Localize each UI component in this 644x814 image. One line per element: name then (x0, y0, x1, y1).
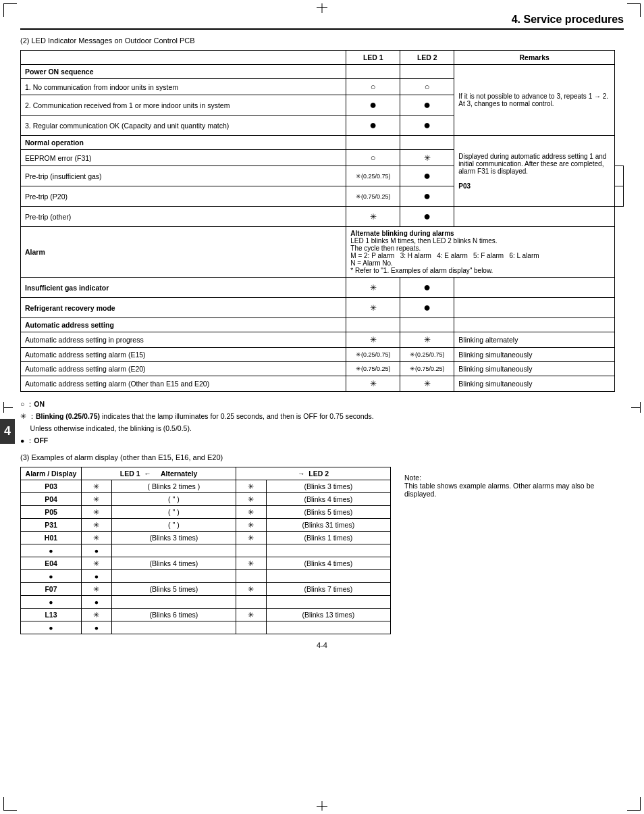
led1-desc-e04: (Blinks 4 times) (111, 557, 236, 570)
led1-desc-dot3 (111, 596, 236, 609)
led1-blink-p31: ✳ (82, 519, 112, 532)
corner-mark-br (627, 797, 641, 811)
led2-dot2 (236, 570, 267, 583)
code-h01: H01 (21, 532, 82, 544)
led2-dot3 (236, 596, 267, 609)
dot-icon8: ● (423, 280, 431, 294)
alarm-col-header: Alarm / Display (21, 467, 82, 480)
p03-bold: P03 (458, 182, 471, 190)
led1-desc-h01: (Blinks 3 times) (111, 532, 236, 544)
code-dot3: ● (21, 596, 82, 609)
cell-led1-auto2: ✳(0.25/0.75) (346, 348, 400, 362)
led1-desc-p05: ( " ) (111, 506, 236, 519)
page-header: 4. Service procedures (20, 14, 624, 30)
led2-desc-f07: (Blinks 7 times) (266, 583, 390, 596)
cell-refrig: Refrigerant recovery mode (21, 298, 346, 318)
led2-blink-p05: ✳ (236, 506, 267, 519)
table-row: Pre-trip (other) ✳ ● (21, 207, 624, 227)
table-row: Automatic address setting alarm (E15) ✳(… (21, 348, 624, 362)
led1-dot2: ● (82, 570, 112, 583)
cell-led1-auto4: ✳ (346, 376, 400, 392)
blink-icon14: ✳ (424, 379, 431, 388)
power-on-bold: Power ON sequence (25, 68, 94, 76)
cell-insuf-gas: Insufficient gas indicator (21, 278, 346, 298)
note-text: This table shows example alarms. Other a… (404, 482, 624, 498)
blink-icon9: ✳ (356, 351, 361, 358)
col-header-led2: LED 2 (400, 51, 454, 65)
led2-dot4 (236, 621, 267, 634)
cell-led2-eeprom: ✳ (400, 150, 454, 166)
cell-empty3 (346, 136, 400, 150)
alarm-table-header-row: Alarm / Display LED 1 ← Alternately → LE… (21, 467, 391, 480)
cell-empty10 (454, 318, 615, 332)
col-header-led1: LED 1 (346, 51, 400, 65)
blink-icon6: ✳ (370, 303, 377, 313)
cell-insuf-remarks (454, 278, 615, 298)
page-number: 4-4 (20, 641, 624, 649)
cell-led1-eeprom: ○ (346, 150, 400, 166)
led1-blink-p04: ✳ (82, 493, 112, 506)
corner-mark-tl (3, 3, 17, 17)
cell-power-on-1: 1. No communication from indoor units in… (21, 79, 346, 95)
led1-col-header: LED 1 ← Alternately (82, 467, 236, 480)
cell-led1-auto3: ✳(0.75/0.25) (346, 362, 400, 376)
note-box: Note: This table shows example alarms. O… (404, 474, 624, 634)
cell-led1-auto1: ✳ (346, 332, 400, 348)
dot-icon4: ● (423, 118, 431, 132)
alarm-display-table: Alarm / Display LED 1 ← Alternately → LE… (20, 467, 391, 634)
section3-title: (3) Examples of alarm display (other tha… (20, 453, 624, 461)
cross-top-v (322, 3, 323, 13)
led1-desc-p03: ( Blinks 2 times ) (111, 480, 236, 493)
normal-op-bold: Normal operation (25, 138, 84, 147)
cell-empty5 (615, 166, 624, 186)
col-header-remarks: Remarks (454, 51, 615, 65)
cell-empty2 (400, 65, 454, 79)
cell-led1-pretrip1: ✳(0.25/0.75) (346, 166, 400, 186)
led2-desc-l13: (Blinks 13 times) (266, 609, 390, 621)
led1-desc-dot1 (111, 544, 236, 557)
led2-desc-p31: (Blinks 31 times) (266, 519, 390, 532)
led1-desc-p31: ( " ) (111, 519, 236, 532)
section-number: 4 (4, 424, 11, 438)
cell-empty9 (400, 318, 454, 332)
led1-blink-p03: ✳ (82, 480, 112, 493)
led1-blink-f07: ✳ (82, 583, 112, 596)
blink-icon12: ✳ (410, 365, 415, 372)
blink-icon8: ✳ (424, 335, 431, 345)
cell-normal-op-label: Normal operation (21, 136, 346, 150)
cross-left-h (3, 407, 13, 408)
cell-auto3-remarks: Blinking simultaneously (454, 362, 615, 376)
blink-icon4: ✳ (370, 212, 377, 222)
cell-power-on-label: Power ON sequence (21, 65, 346, 79)
cell-led2-auto4: ✳ (400, 376, 454, 392)
cell-led2-auto1: ✳ (400, 332, 454, 348)
legend-on: ○ ：ON (20, 399, 624, 411)
dot-icon6: ● (423, 189, 431, 203)
cell-led2-refrig: ● (400, 298, 454, 318)
dot-icon: ● (369, 98, 377, 111)
cell-empty4 (400, 136, 454, 150)
cell-led2-pretrip3: ● (400, 207, 454, 227)
dot-icon9: ● (423, 301, 431, 314)
led1-dot4: ● (82, 621, 112, 634)
blink-icon10: ✳ (410, 351, 415, 358)
table-row: Power ON sequence If it is not possible … (21, 65, 624, 79)
led2-blink-f07: ✳ (236, 583, 267, 596)
led1-blink-p05: ✳ (82, 506, 112, 519)
legend: ○ ：ON ✳ ：Blinking (0.25/0.75) indicates … (20, 399, 624, 447)
cross-bottom-h (317, 806, 327, 807)
alarm-row-dot2: ● ● (21, 570, 391, 583)
table-row: Automatic address setting alarm (Other t… (21, 376, 624, 392)
dot-icon2: ● (423, 98, 431, 111)
dot-icon5: ● (423, 169, 431, 182)
alarm-row-dot3: ● ● (21, 596, 391, 609)
insuf-gas-bold: Insufficient gas indicator (25, 284, 109, 292)
cell-alarm-desc: Alternate blinking during alarms LED 1 b… (346, 227, 615, 278)
cell-auto-addr-label: Automatic address setting (21, 318, 346, 332)
led1-desc-dot4 (111, 621, 236, 634)
cell-led1-dot2: ● (346, 116, 400, 136)
corner-mark-tr (627, 3, 641, 17)
on-label: ON (34, 400, 45, 408)
code-l13: L13 (21, 609, 82, 621)
table-row: Automatic address setting alarm (E20) ✳(… (21, 362, 624, 376)
